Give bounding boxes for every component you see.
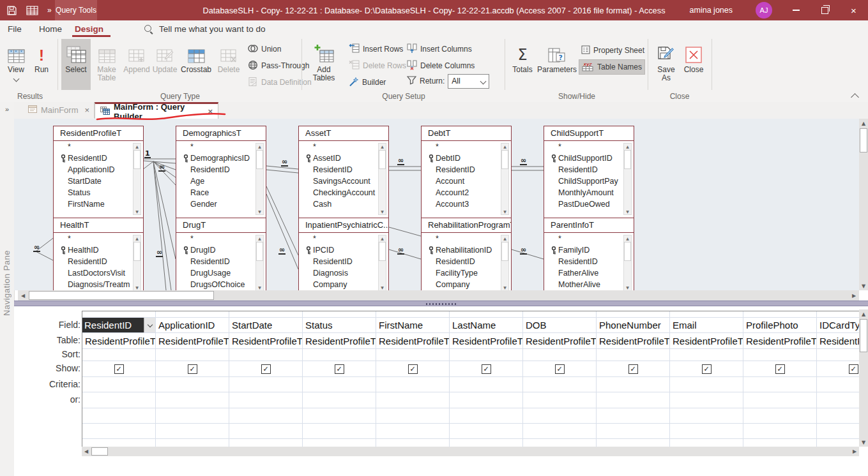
scroll-down-icon[interactable]: ▼ xyxy=(133,209,141,214)
navigation-pane-label[interactable]: Navigation Pane xyxy=(2,250,11,316)
field-cell[interactable]: IDCardType xyxy=(817,318,859,333)
empty-cell[interactable] xyxy=(817,408,859,424)
tab-mainform-query-builder[interactable]: MainForm : Query Builder × xyxy=(95,102,218,119)
field-item[interactable]: ResidentID xyxy=(422,256,500,267)
field-item[interactable]: StartDate xyxy=(54,175,132,187)
sort-cell[interactable] xyxy=(743,349,817,361)
criteria-cell[interactable] xyxy=(303,377,376,392)
empty-cell[interactable] xyxy=(743,408,817,424)
field-item[interactable]: * xyxy=(176,141,255,152)
or-cell[interactable] xyxy=(303,392,376,408)
field-item[interactable]: * xyxy=(54,233,132,244)
table-scrollbar[interactable]: ▲ ▼ xyxy=(133,235,141,290)
scroll-down-icon[interactable]: ▼ xyxy=(624,285,631,290)
or-cell[interactable] xyxy=(229,392,303,408)
scroll-up-icon[interactable]: ▲ xyxy=(379,144,386,149)
criteria-cell[interactable] xyxy=(743,377,817,392)
tab-home[interactable]: Home xyxy=(39,20,62,37)
scroll-thumb[interactable] xyxy=(501,150,508,169)
table-cell[interactable]: ResidentProfileT xyxy=(743,333,817,349)
field-item[interactable]: LastDoctorsVisit xyxy=(54,267,132,279)
scroll-down-icon[interactable]: ▼ xyxy=(379,209,386,214)
h-scroll-thumb[interactable] xyxy=(91,447,108,456)
show-cell[interactable] xyxy=(450,361,523,377)
grid-h-scrollbar[interactable]: ◀ ▶ xyxy=(82,447,859,456)
or-cell[interactable] xyxy=(523,392,597,408)
expand-nav-pane-chevrons[interactable]: » xyxy=(0,105,14,113)
run-button[interactable]: ! Run xyxy=(31,39,52,90)
criteria-cell[interactable] xyxy=(670,377,743,392)
show-checkbox[interactable] xyxy=(114,364,124,374)
close-window-button[interactable]: × xyxy=(839,0,868,20)
designer-v-scrollbar[interactable]: ▲ ▼ xyxy=(859,119,868,290)
designer-table[interactable]: AssetT *AssetIDResidentIDSavingsAccountC… xyxy=(298,126,389,218)
tab-mainform[interactable]: MainForm × xyxy=(23,102,95,118)
view-dropdown-chevron[interactable] xyxy=(13,76,19,82)
empty-cell[interactable] xyxy=(597,424,670,439)
criteria-cell[interactable] xyxy=(597,377,670,392)
field-item[interactable]: ApplicationID xyxy=(54,164,132,175)
field-item[interactable]: SavingsAccount xyxy=(299,175,377,187)
append-button[interactable]: Append xyxy=(123,39,151,90)
insert-columns-button[interactable]: Insert Columns xyxy=(404,42,475,56)
field-item[interactable]: Company xyxy=(422,279,500,290)
criteria-cell[interactable] xyxy=(450,377,523,392)
field-item[interactable]: DemographicsID xyxy=(176,152,255,164)
builder-button[interactable]: Builder xyxy=(346,75,388,89)
empty-cell[interactable] xyxy=(82,408,156,424)
designer-table[interactable]: ResidentProfileT *ResidentIDApplicationI… xyxy=(53,126,144,218)
scroll-thumb[interactable] xyxy=(501,242,508,261)
delete-query-button[interactable]: Delete xyxy=(215,39,242,90)
minimize-button[interactable] xyxy=(782,0,811,20)
field-item[interactable]: * xyxy=(299,141,377,152)
scroll-up-icon[interactable]: ▲ xyxy=(256,144,263,149)
field-item[interactable]: MonthlyAmount xyxy=(544,187,623,198)
scroll-right-icon[interactable]: ▶ xyxy=(849,290,859,301)
show-checkbox[interactable] xyxy=(628,364,638,374)
table-scrollbar[interactable]: ▲ ▼ xyxy=(501,235,509,290)
field-item[interactable]: PastDueOwed xyxy=(544,198,623,210)
totals-button[interactable]: Σ Totals xyxy=(510,39,535,90)
union-button[interactable]: Union xyxy=(245,42,284,56)
scroll-left-icon[interactable]: ◀ xyxy=(18,290,28,301)
sort-cell[interactable] xyxy=(376,349,450,361)
scroll-down-icon[interactable]: ▼ xyxy=(859,438,868,447)
scroll-down-icon[interactable]: ▼ xyxy=(859,281,868,290)
column-selector[interactable] xyxy=(743,311,817,318)
empty-cell[interactable] xyxy=(229,424,303,439)
field-cell[interactable]: PhoneNumber xyxy=(597,318,670,333)
crosstab-button[interactable]: Crosstab xyxy=(179,39,213,90)
scroll-up-icon[interactable]: ▲ xyxy=(624,236,631,241)
field-cell[interactable]: DOB xyxy=(523,318,597,333)
field-cell[interactable]: ApplicationID xyxy=(156,318,229,333)
field-item[interactable]: Account xyxy=(422,175,500,187)
field-item[interactable]: CheckingAccount xyxy=(299,187,377,198)
table-scrollbar[interactable]: ▲ ▼ xyxy=(501,143,509,215)
empty-cell[interactable] xyxy=(156,408,229,424)
sort-cell[interactable] xyxy=(229,349,303,361)
show-cell[interactable] xyxy=(597,361,670,377)
sort-cell[interactable] xyxy=(817,349,859,361)
column-selector[interactable] xyxy=(229,311,303,318)
empty-cell[interactable] xyxy=(670,408,743,424)
sort-cell[interactable] xyxy=(597,349,670,361)
or-cell[interactable] xyxy=(82,392,156,408)
show-cell[interactable] xyxy=(376,361,450,377)
return-combobox[interactable]: All xyxy=(448,74,489,89)
scroll-down-icon[interactable]: ▼ xyxy=(133,285,141,290)
scroll-thumb[interactable] xyxy=(624,242,631,261)
field-cell[interactable]: ResidentID xyxy=(82,318,156,333)
scroll-up-icon[interactable]: ▲ xyxy=(501,236,508,241)
field-dropdown-button[interactable] xyxy=(144,318,155,332)
collapse-ribbon-chevron[interactable] xyxy=(851,93,859,101)
field-item[interactable]: ResidentID xyxy=(54,152,132,164)
column-selector[interactable] xyxy=(376,311,450,318)
scroll-right-icon[interactable]: ▶ xyxy=(850,447,859,456)
field-item[interactable]: Cash xyxy=(299,198,377,210)
customize-qat-chevron[interactable]: » xyxy=(47,6,52,15)
field-item[interactable]: Diagnosis/Treatm xyxy=(54,279,132,290)
empty-cell[interactable] xyxy=(450,408,523,424)
field-item[interactable]: * xyxy=(176,233,255,244)
view-button[interactable]: View xyxy=(4,39,28,90)
field-item[interactable]: IPCID xyxy=(299,244,377,256)
